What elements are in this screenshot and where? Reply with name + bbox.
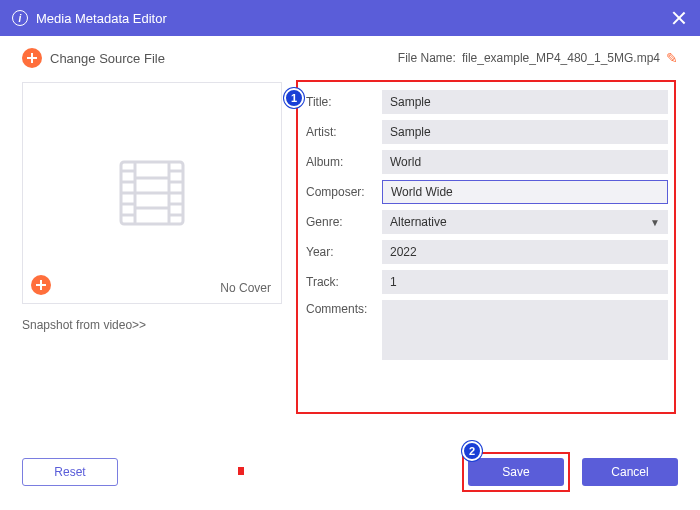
- track-label: Track:: [306, 275, 382, 289]
- film-icon: [107, 158, 197, 228]
- artist-input[interactable]: [382, 120, 668, 144]
- save-button[interactable]: Save: [468, 458, 564, 486]
- change-source-button[interactable]: Change Source File: [22, 48, 165, 68]
- comments-input[interactable]: [382, 300, 668, 360]
- cover-box: No Cover: [22, 82, 282, 304]
- composer-input[interactable]: [382, 180, 668, 204]
- info-icon: i: [12, 10, 28, 26]
- file-name-value: file_example_MP4_480_1_5MG.mp4: [462, 51, 660, 65]
- cover-panel: No Cover Snapshot from video>>: [22, 82, 282, 374]
- year-label: Year:: [306, 245, 382, 259]
- genre-value[interactable]: [382, 210, 668, 234]
- reset-button[interactable]: Reset: [22, 458, 118, 486]
- top-row: Change Source File File Name: file_examp…: [22, 48, 678, 68]
- add-cover-button[interactable]: [31, 275, 51, 295]
- album-label: Album:: [306, 155, 382, 169]
- year-input[interactable]: [382, 240, 668, 264]
- main-area: No Cover Snapshot from video>> Title: Ar…: [22, 82, 678, 374]
- window-title: Media Metadata Editor: [36, 11, 167, 26]
- titlebar: i Media Metadata Editor: [0, 0, 700, 36]
- comments-label: Comments:: [306, 300, 382, 316]
- metadata-form: Title: Artist: Album: Composer: Genre: ▼: [292, 82, 678, 374]
- album-input[interactable]: [382, 150, 668, 174]
- cancel-button[interactable]: Cancel: [582, 458, 678, 486]
- annotation-dot: [238, 467, 244, 475]
- file-info: File Name: file_example_MP4_480_1_5MG.mp…: [398, 50, 678, 66]
- change-source-label: Change Source File: [50, 51, 165, 66]
- artist-label: Artist:: [306, 125, 382, 139]
- content: Change Source File File Name: file_examp…: [0, 36, 700, 374]
- no-cover-label: No Cover: [220, 281, 271, 295]
- title-input[interactable]: [382, 90, 668, 114]
- genre-select[interactable]: ▼: [382, 210, 668, 234]
- genre-label: Genre:: [306, 215, 382, 229]
- snapshot-link[interactable]: Snapshot from video>>: [22, 318, 282, 332]
- title-label: Title:: [306, 95, 382, 109]
- track-input[interactable]: [382, 270, 668, 294]
- annotation-badge-2: 2: [462, 441, 482, 461]
- footer: Reset Save Cancel: [0, 452, 700, 492]
- plus-icon: [22, 48, 42, 68]
- close-icon[interactable]: [670, 9, 688, 27]
- composer-label: Composer:: [306, 185, 382, 199]
- file-name-label: File Name:: [398, 51, 456, 65]
- pencil-icon[interactable]: ✎: [666, 50, 678, 66]
- annotation-badge-1: 1: [284, 88, 304, 108]
